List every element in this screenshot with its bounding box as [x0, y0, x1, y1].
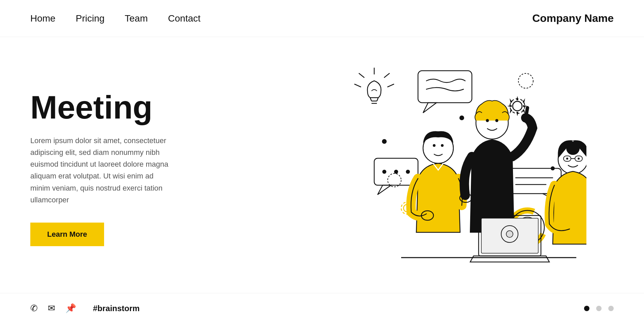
svg-point-30 [433, 144, 436, 147]
svg-point-18 [406, 170, 410, 174]
nav-team[interactable]: Team [125, 13, 148, 24]
hero-content: Meeting Lorem ipsum dolor sit amet, cons… [30, 91, 205, 246]
footer-left: ✆ ✉ 📌 #brainstorm [30, 303, 140, 314]
company-name: Company Name [532, 12, 614, 25]
svg-line-5 [370, 98, 372, 101]
dashed-circle-1 [518, 73, 533, 88]
dot-deco-2 [382, 139, 387, 144]
person-right [549, 140, 586, 244]
svg-line-1 [384, 73, 389, 77]
svg-point-40 [506, 231, 513, 237]
nav-contact[interactable]: Contact [168, 13, 201, 24]
dot-deco-1 [459, 116, 464, 120]
svg-marker-15 [378, 185, 391, 195]
nav-pricing[interactable]: Pricing [76, 13, 105, 24]
svg-rect-9 [418, 71, 472, 103]
svg-point-31 [441, 144, 444, 147]
laptop [470, 216, 549, 262]
svg-line-6 [377, 98, 378, 101]
meeting-illustration [233, 64, 586, 279]
hero-illustration [205, 57, 614, 279]
page-footer: ✆ ✉ 📌 #brainstorm [0, 293, 644, 323]
chat-bubble-1 [418, 71, 472, 113]
person-left [411, 131, 462, 232]
svg-point-16 [382, 170, 386, 174]
svg-line-3 [388, 84, 394, 87]
svg-point-47 [578, 158, 580, 160]
hero-title: Meeting [30, 91, 205, 125]
svg-line-2 [359, 73, 364, 77]
svg-point-17 [394, 170, 398, 174]
navbar: Home Pricing Team Contact Company Name [0, 0, 644, 37]
hero-section: Meeting Lorem ipsum dolor sit amet, cons… [0, 37, 644, 293]
svg-line-4 [355, 84, 361, 87]
svg-point-46 [566, 158, 568, 160]
email-icon: ✉ [48, 303, 55, 314]
nav-links: Home Pricing Team Contact [30, 13, 532, 24]
svg-point-13 [510, 99, 525, 113]
hero-body: Lorem ipsum dolor sit amet, consectetuer… [30, 135, 172, 206]
hashtag-label: #brainstorm [93, 304, 140, 313]
dot-1[interactable] [584, 306, 589, 311]
dot-2[interactable] [596, 306, 602, 311]
svg-point-12 [513, 101, 522, 111]
pagination-dots [584, 306, 614, 311]
location-icon: 📌 [65, 303, 76, 314]
lightbulb-icon [355, 68, 394, 103]
dot-3[interactable] [608, 306, 614, 311]
nav-home[interactable]: Home [30, 13, 56, 24]
gear-icon-1 [507, 96, 527, 116]
svg-point-34 [486, 119, 489, 122]
svg-marker-10 [423, 103, 437, 113]
phone-icon: ✆ [30, 303, 38, 314]
learn-more-button[interactable]: Learn More [30, 223, 104, 246]
svg-point-35 [495, 119, 498, 122]
